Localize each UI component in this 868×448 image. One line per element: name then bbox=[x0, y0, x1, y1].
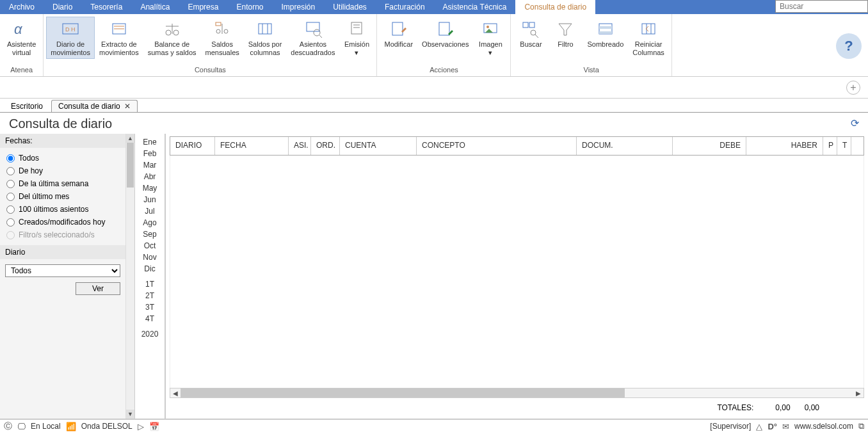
month-item-1t[interactable]: 1T bbox=[135, 278, 165, 290]
menu-item-entorno[interactable]: Entorno bbox=[227, 0, 272, 14]
status-wifi-icon[interactable]: 📶 bbox=[66, 422, 76, 431]
ribbon-btn-reiniciar[interactable]: ReiniciarColumnas bbox=[628, 17, 669, 59]
diario-select[interactable]: Todos bbox=[5, 264, 120, 277]
help-button[interactable]: ? bbox=[836, 33, 862, 59]
month-item-3t[interactable]: 3T bbox=[135, 301, 165, 313]
refresh-icon[interactable]: ⟳ bbox=[851, 117, 859, 129]
col-header-haber[interactable]: HABER bbox=[746, 137, 823, 155]
status-calendar-icon[interactable]: 📅 bbox=[149, 422, 159, 431]
month-item-may[interactable]: May bbox=[135, 182, 165, 194]
filter-radio-input[interactable] bbox=[6, 180, 15, 188]
col-header-t[interactable]: T bbox=[837, 137, 851, 155]
menu-item-utilidades[interactable]: Utilidades bbox=[324, 0, 376, 14]
grid-body[interactable] bbox=[170, 156, 864, 388]
col-header-cuenta[interactable]: CUENTA bbox=[340, 137, 417, 155]
reiniciar-icon bbox=[638, 20, 659, 38]
menu-item-consulta-de-diario[interactable]: Consulta de diario bbox=[515, 0, 595, 14]
grid-h-scrollbar[interactable]: ◀ ▶ bbox=[170, 388, 864, 398]
ver-button[interactable]: Ver bbox=[76, 282, 120, 295]
status-c-icon[interactable]: Ⓒ bbox=[4, 420, 12, 432]
menu-item-impresi-n[interactable]: Impresión bbox=[272, 0, 324, 14]
filter-radio-4[interactable]: 100 últimos asientos bbox=[1, 203, 124, 216]
month-item-4t[interactable]: 4T bbox=[135, 313, 165, 324]
month-item-2t[interactable]: 2T bbox=[135, 290, 165, 301]
col-header-ord[interactable]: ORD. bbox=[311, 137, 340, 155]
month-item-nov[interactable]: Nov bbox=[135, 252, 165, 263]
filter-radio-input[interactable] bbox=[6, 154, 15, 163]
ribbon-btn-modificar[interactable]: Modificar bbox=[380, 17, 417, 51]
col-header-fecha[interactable]: FECHA bbox=[215, 137, 289, 155]
svg-rect-28 bbox=[529, 22, 534, 28]
menu-item-anal-tica[interactable]: Analítica bbox=[131, 0, 179, 14]
menu-item-asistencia-t-cnica[interactable]: Asistencia Técnica bbox=[434, 0, 516, 14]
menu-item-tesorer-a[interactable]: Tesorería bbox=[81, 0, 131, 14]
ribbon-btn-diario-mov[interactable]: D HDiario demovimientos bbox=[46, 17, 95, 59]
ribbon-btn-saldos-men[interactable]: Saldosmensuales bbox=[201, 17, 244, 59]
month-item-dic[interactable]: Dic bbox=[135, 263, 165, 275]
ribbon-btn-imagen[interactable]: Imagen▾ bbox=[473, 17, 508, 59]
ribbon-btn-label: Saldos bbox=[211, 40, 233, 49]
filter-radio-input[interactable] bbox=[6, 167, 15, 175]
month-item-oct[interactable]: Oct bbox=[135, 240, 165, 252]
menu-item-facturaci-n[interactable]: Facturación bbox=[376, 0, 434, 14]
status-url-label[interactable]: www.sdelsol.com bbox=[794, 422, 853, 431]
status-mail-icon[interactable]: ✉ bbox=[782, 422, 789, 431]
status-monitor-icon[interactable]: 🖵 bbox=[17, 422, 26, 431]
menu-item-empresa[interactable]: Empresa bbox=[179, 0, 227, 14]
col-header-debe[interactable]: DEBE bbox=[673, 137, 746, 155]
search-input[interactable] bbox=[775, 0, 868, 13]
doc-tab-escritorio[interactable]: Escritorio bbox=[4, 100, 50, 112]
filter-radio-0[interactable]: Todos bbox=[1, 152, 124, 164]
ribbon-btn-filtro[interactable]: Filtro bbox=[548, 17, 583, 51]
ribbon-btn-label: Saldos por bbox=[248, 40, 282, 49]
month-item-ago[interactable]: Ago bbox=[135, 217, 165, 228]
month-item-ene[interactable]: Ene bbox=[135, 136, 165, 148]
month-item-feb[interactable]: Feb bbox=[135, 148, 165, 159]
status-d-icon[interactable]: D° bbox=[768, 422, 777, 431]
status-window-icon[interactable]: ⧉ bbox=[858, 421, 864, 431]
status-warning-icon[interactable]: △ bbox=[756, 422, 762, 431]
ribbon-btn-observ[interactable]: Observaciones bbox=[417, 17, 473, 51]
filter-radio-input[interactable] bbox=[6, 205, 15, 214]
ribbon-btn-extracto-mov[interactable]: Extracto demovimientos bbox=[95, 17, 143, 59]
filter-radio-input[interactable] bbox=[6, 218, 15, 227]
filter-radio-1[interactable]: De hoy bbox=[1, 164, 124, 177]
ribbon-btn-sombreado[interactable]: Sombreado bbox=[583, 17, 628, 51]
tab-close-icon[interactable]: ✕ bbox=[124, 102, 131, 111]
add-tab-button[interactable]: + bbox=[846, 81, 860, 95]
svg-point-11 bbox=[216, 29, 220, 33]
menu-item-diario[interactable]: Diario bbox=[44, 0, 81, 14]
month-item-2020[interactable]: 2020 bbox=[135, 328, 165, 340]
col-header-concepto[interactable]: CONCEPTO bbox=[417, 137, 577, 155]
ribbon-btn-asistente[interactable]: αAsistentevirtual bbox=[3, 17, 40, 59]
ribbon-btn-emision[interactable]: Emisión▾ bbox=[339, 17, 374, 59]
month-item-sep[interactable]: Sep bbox=[135, 228, 165, 240]
content-area: Consulta de diario ⟳ Fechas: TodosDe hoy… bbox=[0, 113, 868, 419]
menu-item-archivo[interactable]: Archivo bbox=[0, 0, 44, 14]
month-item-jun[interactable]: Jun bbox=[135, 194, 165, 205]
sidebar-scrollbar[interactable]: ▲ ▼ bbox=[125, 134, 134, 419]
month-item-jul[interactable]: Jul bbox=[135, 205, 165, 217]
totals-row: TOTALES: 0,00 0,00 bbox=[170, 401, 864, 416]
month-item-mar[interactable]: Mar bbox=[135, 159, 165, 171]
ribbon-btn-balance-ss[interactable]: Balance desumas y saldos bbox=[143, 17, 201, 59]
col-header-docum[interactable]: DOCUM. bbox=[577, 137, 673, 155]
ribbon-group-label: Vista bbox=[513, 65, 668, 76]
status-play-icon[interactable]: ▷ bbox=[138, 422, 144, 431]
status-onda-label: Onda DELSOL bbox=[81, 422, 133, 431]
filter-radio-5[interactable]: Creados/modificados hoy bbox=[1, 216, 124, 228]
ribbon-btn-buscar[interactable]: Buscar bbox=[513, 17, 548, 51]
ribbon-btn-saldos-col[interactable]: Saldos porcolumnas bbox=[244, 17, 287, 59]
filter-radio-input[interactable] bbox=[6, 193, 15, 201]
filter-radio-label: Filtro/s seleccionado/s bbox=[19, 230, 95, 239]
col-header-diario[interactable]: DIARIO bbox=[170, 137, 215, 155]
under-ribbon-strip: + bbox=[0, 77, 868, 99]
filter-radio-label: Del último mes bbox=[19, 192, 69, 201]
filter-radio-3[interactable]: Del último mes bbox=[1, 190, 124, 203]
filter-radio-2[interactable]: De la última semana bbox=[1, 177, 124, 190]
col-header-p[interactable]: P bbox=[823, 137, 837, 155]
col-header-asi[interactable]: ASI. bbox=[289, 137, 311, 155]
doc-tab-consulta-de-diario[interactable]: Consulta de diario✕ bbox=[51, 100, 138, 112]
month-item-abr[interactable]: Abr bbox=[135, 171, 165, 182]
ribbon-btn-asientos-desc[interactable]: Asientosdescuadrados bbox=[286, 17, 339, 59]
